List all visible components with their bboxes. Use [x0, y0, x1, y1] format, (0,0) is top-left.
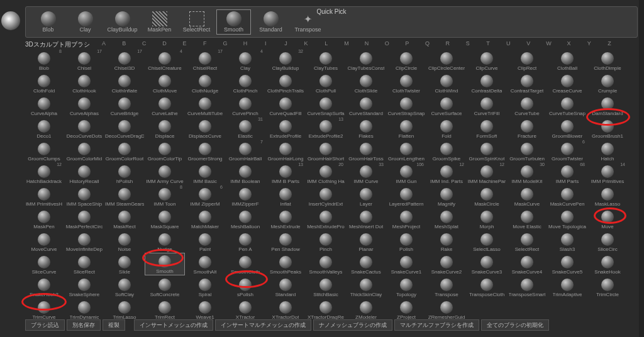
brush-transposecloth[interactable]: TransposeCloth [467, 275, 507, 298]
brush-clothpinchtrails[interactable]: ClothPinchTrails [265, 72, 306, 94]
alpha-j[interactable]: J [276, 40, 295, 47]
brush-imm-steamgears[interactable]: IMM SteamGears [104, 185, 145, 207]
brush-groomcolorroot[interactable]: GroomColorRoot [104, 140, 145, 162]
brush-chiselcreature[interactable]: ChiselCreature4 [145, 49, 185, 72]
brush-elastic[interactable]: Elastic31 [225, 117, 265, 140]
brush-clothinflate[interactable]: ClothInflate [104, 72, 145, 94]
brush-slide[interactable]: Slide [104, 253, 145, 275]
quick-pick-claybuildup[interactable]: ClayBuildup [105, 9, 140, 35]
brush-magnify[interactable]: Magnify [426, 185, 467, 207]
alpha-e[interactable]: E [175, 40, 194, 47]
brush-contrastdelta[interactable]: ContrastDelta [467, 72, 507, 94]
brush-masksquare[interactable]: MaskSquare [145, 207, 185, 230]
brush-morph[interactable]: Morph [467, 207, 507, 230]
alpha-k[interactable]: K [297, 40, 316, 47]
brush-curvelathe[interactable]: CurveLathe [145, 94, 185, 117]
brush-imm-ind.-parts[interactable]: IMM Ind. Parts12 [426, 162, 467, 185]
brush-weave1[interactable]: Weave1 [185, 298, 225, 321]
alpha-a[interactable]: A [94, 40, 113, 47]
alpha-n[interactable]: N [357, 40, 376, 47]
brush-clothpull[interactable]: ClothPull [306, 72, 346, 94]
brush-matchmaker[interactable]: MatchMaker [185, 207, 225, 230]
brush-imm-army-curve[interactable]: IMM Army Curve [145, 162, 185, 185]
brush-curvequadfill[interactable]: CurveQuadFill [265, 94, 306, 117]
brush-polish[interactable]: Polish [386, 230, 426, 253]
brush-clothnudge[interactable]: ClothNudge [185, 72, 225, 94]
brush-clothslide[interactable]: ClothSlide [346, 72, 386, 94]
brush-groomspinknot[interactable]: GroomSpinKnot [467, 140, 507, 162]
brush-chisel3d[interactable]: Chisel3D17 [104, 49, 145, 72]
alpha-i[interactable]: I [256, 40, 275, 47]
alpha-t[interactable]: T [479, 40, 497, 47]
brush-masklasso[interactable]: MaskLasso [587, 185, 628, 207]
brush-claytubesconst[interactable]: ClayTubesConst [346, 49, 386, 72]
brush-zremesherguid[interactable]: ZRemesherGuid [426, 298, 467, 321]
brush-extrudeprofile2[interactable]: ExtrudeProfile213 [306, 117, 346, 140]
alpha-g[interactable]: G [216, 40, 235, 47]
alpha-z[interactable]: Z [600, 40, 619, 47]
brush-imm-boolean[interactable]: IMM Boolean [225, 162, 265, 185]
brush-crumple[interactable]: Crumple [587, 72, 628, 94]
alpha-f[interactable]: F [196, 40, 214, 47]
brush-groomturbulen[interactable]: GroomTurbulen [507, 140, 547, 162]
brush-smoothalt[interactable]: SmoothAlt [185, 253, 225, 275]
footer-button-1[interactable]: 別名保存 [67, 319, 101, 331]
brush-nudge[interactable]: Nudge [145, 230, 185, 253]
alpha-o[interactable]: O [377, 40, 396, 47]
brush-snakehook[interactable]: SnakeHook [587, 253, 628, 275]
brush-xtractor[interactable]: XTractor [225, 298, 265, 321]
brush-groomlengthen[interactable]: GroomLengthen [386, 140, 426, 162]
brush-deco1[interactable]: Deco1 [24, 117, 64, 140]
brush-xtractordot[interactable]: XTractorDot [265, 298, 306, 321]
brush-groomhairshort[interactable]: GroomHairShort [306, 140, 346, 162]
brush-pinch[interactable]: Pinch [306, 230, 346, 253]
brush-trimdynamic[interactable]: TrimDynamic [64, 298, 104, 321]
brush-curvepinch[interactable]: CurvePinch [225, 94, 265, 117]
brush-curvestrapsnap[interactable]: CurveStrapSnap [386, 94, 426, 117]
quick-pick-smooth[interactable]: Smooth [216, 9, 251, 35]
alpha-v[interactable]: V [519, 40, 538, 47]
brush-imm-b-parts[interactable]: IMM B Parts13 [265, 162, 306, 185]
brush-decocurvedragd[interactable]: DecoCurveDragD [104, 117, 145, 140]
quick-pick-blob[interactable]: Blob [31, 9, 65, 35]
brush-hpolish[interactable]: hPolish [104, 162, 145, 185]
alpha-l[interactable]: L [317, 40, 336, 47]
brush-meshsplat[interactable]: MeshSplat [426, 207, 467, 230]
brush-blob[interactable]: Blob8 [24, 49, 64, 72]
brush-displace[interactable]: Displace [145, 117, 185, 140]
brush-maskcurvepen[interactable]: MaskCurvePen [547, 185, 587, 207]
brush-maskcircle[interactable]: MaskCircle [467, 185, 507, 207]
brush-meshinsert-dot[interactable]: MeshInsert Dot [346, 207, 386, 230]
brush-clothdimple[interactable]: ClothDimple [587, 49, 628, 72]
brush-clipcurve[interactable]: ClipCurve [467, 49, 507, 72]
footer-button-4[interactable]: インサートマルチメッシュの作成 [215, 319, 311, 331]
brush-snakecurve1[interactable]: SnakeCurve1 [386, 253, 426, 275]
brush-curvealphas[interactable]: CurveAlphas [64, 94, 104, 117]
quick-pick-maskpen[interactable]: MaskPen [142, 9, 177, 35]
brush-decocurvedots[interactable]: DecoCurveDots [64, 117, 104, 140]
brush-imm-parts[interactable]: IMM Parts68 [547, 162, 587, 185]
brush-selectlasso[interactable]: SelectLasso [467, 230, 507, 253]
brush-imm-primitives[interactable]: IMM Primitives14 [587, 162, 628, 185]
quick-pick-clay[interactable]: Clay [68, 9, 103, 35]
brush-displacecurve[interactable]: DisplaceCurve [185, 117, 225, 140]
footer-button-2[interactable]: 複製 [103, 319, 125, 331]
brush-groomspike[interactable]: GroomSpike [426, 140, 467, 162]
brush-curvemultitube[interactable]: CurveMultiTube [185, 94, 225, 117]
brush-cliprect[interactable]: ClipRect [507, 49, 547, 72]
brush-contrasttarget[interactable]: ContrastTarget [507, 72, 547, 94]
brush-clay[interactable]: Clay4 [225, 49, 265, 72]
brush-imm-curve[interactable]: IMM Curve33 [346, 162, 386, 185]
brush-move-elastic[interactable]: Move Elastic [507, 207, 547, 230]
brush-snakehook2[interactable]: SnakeHook2 [24, 275, 64, 298]
brush-groomclumps[interactable]: GroomClumps [24, 140, 64, 162]
brush-fracture[interactable]: Fracture [507, 117, 547, 140]
footer-button-6[interactable]: マルチアルファブラシを作成 [394, 319, 479, 331]
brush-topology[interactable]: Topology [386, 275, 426, 298]
brush-snakesphere[interactable]: SnakeSphere [64, 275, 104, 298]
brush-snakecactus[interactable]: SnakeCactus [346, 253, 386, 275]
quick-pick-selectrect[interactable]: SelectRect [179, 9, 214, 35]
footer-button-0[interactable]: ブラシ読込 [25, 319, 65, 331]
brush-imm-spaceship[interactable]: IMM SpaceShip [64, 185, 104, 207]
brush-clipcircle[interactable]: ClipCircle [386, 49, 426, 72]
